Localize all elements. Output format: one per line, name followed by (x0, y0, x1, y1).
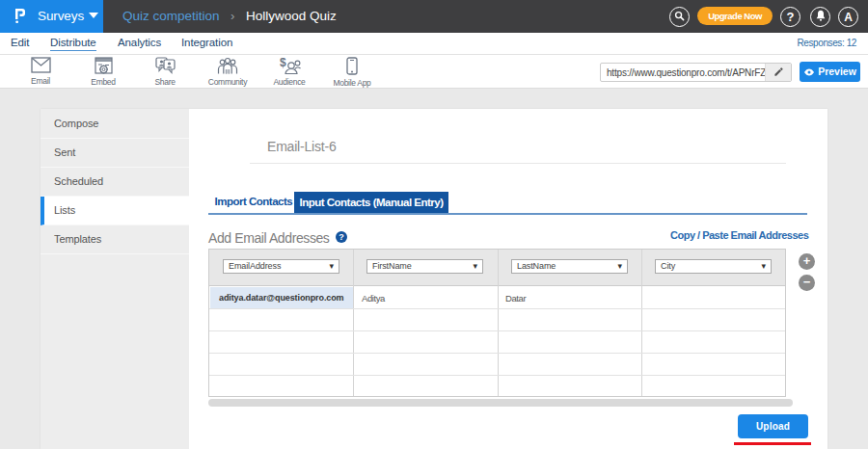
svg-text:$: $ (280, 57, 286, 69)
